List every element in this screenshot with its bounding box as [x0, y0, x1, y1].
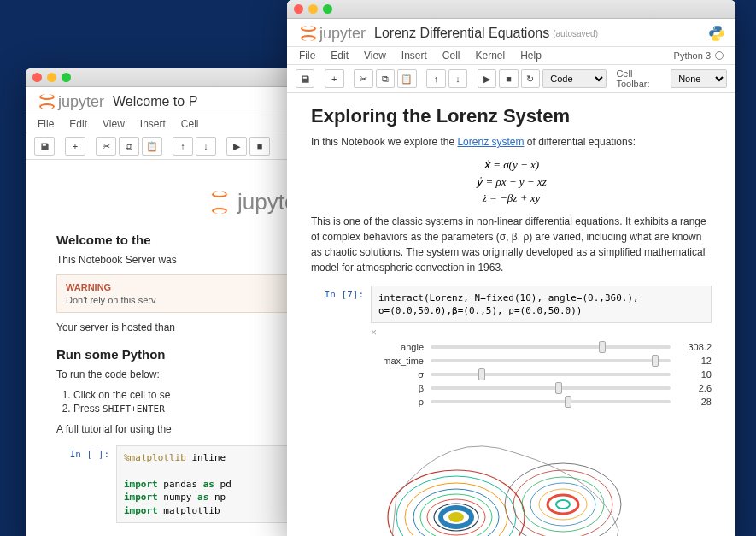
menu-insert[interactable]: Insert — [401, 50, 427, 62]
kernel-name: Python 3 — [674, 50, 711, 61]
slider-row: β2.6 — [371, 383, 712, 393]
slider-track[interactable] — [431, 386, 671, 390]
cell-toolbar-select[interactable]: None — [671, 69, 727, 88]
slider-track[interactable] — [431, 359, 671, 362]
menu-file[interactable]: File — [38, 118, 54, 130]
sliders-panel: angle308.2max_time12σ10β2.6ρ28 — [311, 342, 712, 407]
svg-point-15 — [539, 489, 587, 520]
menu-view[interactable]: View — [103, 118, 125, 130]
menu-cell[interactable]: Cell — [181, 118, 199, 130]
move-down-button[interactable]: ↓ — [448, 69, 467, 88]
slider-label: angle — [371, 342, 431, 352]
add-cell-button[interactable]: + — [325, 69, 343, 88]
slider-label: β — [371, 383, 431, 393]
minimize-window-button[interactable] — [308, 4, 318, 14]
svg-point-14 — [530, 483, 595, 526]
slider-value: 10 — [677, 369, 712, 380]
menu-view[interactable]: View — [364, 50, 386, 62]
menu-file[interactable]: File — [299, 50, 315, 62]
svg-point-10 — [448, 512, 464, 522]
logo-text: jupyter — [58, 93, 104, 111]
cell-toolbar-label: Cell Toolbar: — [616, 68, 665, 89]
jupyter-logo-icon — [208, 190, 234, 215]
jupyter-logo-icon — [36, 92, 55, 111]
slider-row: max_time12 — [371, 356, 712, 366]
menu-cell[interactable]: Cell — [442, 50, 460, 62]
slider-value: 308.2 — [677, 342, 712, 352]
slider-label: max_time — [371, 356, 431, 366]
intro-text: In this Notebook we explore the Lorenz s… — [311, 134, 712, 150]
slider-thumb[interactable] — [478, 368, 485, 380]
slider-value: 2.6 — [677, 383, 712, 393]
widget-close-icon[interactable]: × — [371, 327, 712, 339]
save-button[interactable] — [296, 69, 314, 88]
minimize-window-button[interactable] — [47, 73, 56, 82]
description-text: This is one of the classic systems in no… — [311, 214, 712, 275]
copy-button[interactable]: ⧉ — [376, 69, 395, 88]
notebook-content: Exploring the Lorenz System In this Note… — [287, 93, 735, 536]
cut-button[interactable]: ✂ — [96, 137, 116, 156]
jupyter-logo: jupyter — [297, 24, 366, 43]
add-cell-button[interactable]: + — [65, 137, 85, 156]
lorenz-attractor-plot — [345, 419, 670, 536]
jupyter-logo: jupyter — [36, 92, 104, 111]
cell-prompt: In [ ]: — [56, 445, 116, 523]
paste-button[interactable]: 📋 — [142, 137, 162, 156]
svg-point-1 — [718, 38, 719, 39]
lorenz-link[interactable]: Lorenz system — [457, 136, 524, 148]
slider-thumb[interactable] — [599, 341, 606, 353]
zoom-window-button[interactable] — [62, 73, 71, 82]
stop-button[interactable]: ■ — [249, 137, 270, 156]
svg-point-17 — [556, 500, 570, 509]
slider-row: ρ28 — [371, 397, 712, 407]
zoom-window-button[interactable] — [323, 4, 332, 14]
notebook-header: jupyter Lorenz Differential Equations (a… — [287, 19, 735, 47]
slider-track[interactable] — [431, 373, 671, 376]
save-button[interactable] — [34, 137, 55, 156]
move-up-button[interactable]: ↑ — [426, 69, 445, 88]
slider-value: 12 — [677, 356, 712, 366]
slider-label: ρ — [371, 397, 431, 407]
cell-type-select[interactable]: Code — [542, 69, 607, 88]
equations: ẋ = σ(y − x) ẏ = ρx − y − xz ż = −βz + x… — [311, 156, 712, 207]
code-cell[interactable]: In [7]: interact(Lorenz, N=fixed(10), an… — [311, 286, 712, 324]
move-up-button[interactable]: ↑ — [173, 137, 193, 156]
page-title: Exploring the Lorenz System — [311, 105, 712, 127]
logo-text: jupyter — [319, 25, 366, 43]
slider-label: σ — [371, 369, 431, 380]
menu-bar: File Edit View Insert Cell Kernel Help P… — [287, 47, 735, 65]
svg-point-16 — [548, 495, 578, 514]
slider-thumb[interactable] — [652, 355, 659, 367]
notebook-title[interactable]: Welcome to P — [113, 94, 197, 109]
slider-track[interactable] — [431, 400, 671, 403]
kernel-indicator: Python 3 — [674, 50, 724, 61]
slider-track[interactable] — [431, 345, 671, 349]
paste-button[interactable]: 📋 — [397, 69, 416, 88]
python-icon — [708, 25, 725, 42]
close-window-button[interactable] — [32, 73, 42, 82]
stop-button[interactable]: ■ — [499, 69, 518, 88]
run-button[interactable]: ▶ — [478, 69, 496, 88]
move-down-button[interactable]: ↓ — [196, 137, 216, 156]
cut-button[interactable]: ✂ — [354, 69, 372, 88]
jupyter-logo-icon — [297, 24, 316, 43]
menu-kernel[interactable]: Kernel — [476, 50, 506, 62]
kernel-status-icon — [715, 51, 724, 60]
autosaved-label: (autosaved) — [553, 29, 598, 38]
cell-code[interactable]: interact(Lorenz, N=fixed(10), angle=(0.,… — [371, 286, 712, 324]
slider-thumb[interactable] — [555, 382, 562, 394]
run-button[interactable]: ▶ — [226, 137, 247, 156]
foreground-notebook-window: jupyter Lorenz Differential Equations (a… — [287, 0, 735, 536]
menu-edit[interactable]: Edit — [331, 50, 349, 62]
cell-prompt: In [7]: — [311, 286, 371, 324]
slider-thumb[interactable] — [565, 396, 571, 408]
menu-help[interactable]: Help — [520, 50, 542, 62]
notebook-title[interactable]: Lorenz Differential Equations — [374, 26, 549, 41]
close-window-button[interactable] — [294, 4, 303, 14]
copy-button[interactable]: ⧉ — [119, 137, 139, 156]
window-titlebar — [287, 0, 735, 19]
svg-point-0 — [714, 27, 715, 28]
menu-insert[interactable]: Insert — [140, 118, 166, 130]
menu-edit[interactable]: Edit — [69, 118, 87, 130]
restart-button[interactable]: ↻ — [521, 69, 540, 88]
